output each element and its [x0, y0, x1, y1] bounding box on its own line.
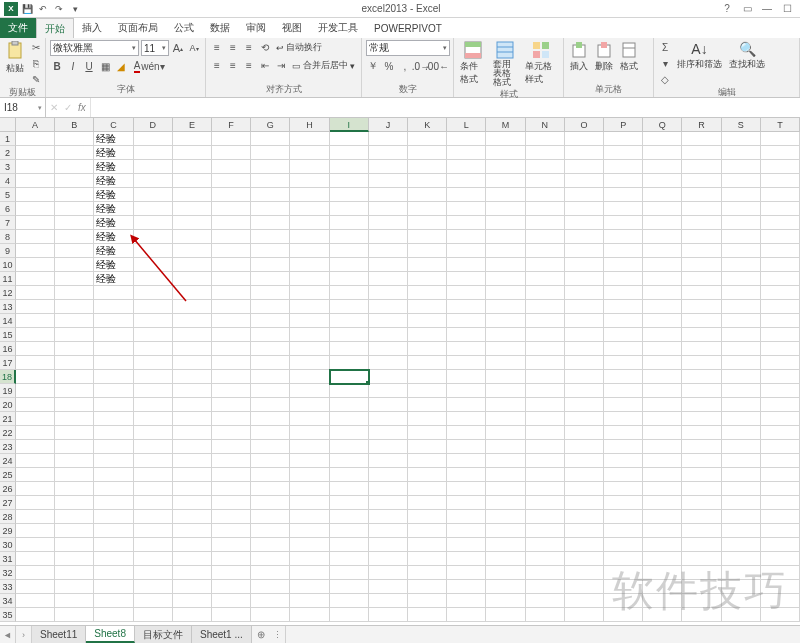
cell[interactable] [526, 566, 565, 580]
delete-cells-button[interactable]: 删除 [593, 40, 615, 74]
cell[interactable] [369, 552, 408, 566]
cell[interactable] [212, 510, 251, 524]
cell[interactable] [526, 188, 565, 202]
cell[interactable] [408, 440, 447, 454]
cell[interactable] [134, 510, 173, 524]
cell[interactable] [682, 216, 721, 230]
cell[interactable] [134, 132, 173, 146]
cell[interactable] [604, 230, 643, 244]
column-header[interactable]: C [94, 118, 133, 132]
cell[interactable] [330, 342, 369, 356]
cell[interactable] [173, 468, 212, 482]
cell[interactable] [369, 594, 408, 608]
cell[interactable] [526, 258, 565, 272]
cell[interactable] [604, 454, 643, 468]
cell[interactable] [604, 566, 643, 580]
cell[interactable] [761, 454, 800, 468]
cell[interactable] [134, 482, 173, 496]
cell[interactable] [722, 370, 761, 384]
cell[interactable] [761, 538, 800, 552]
cell[interactable] [330, 426, 369, 440]
cell[interactable] [722, 258, 761, 272]
cell[interactable] [212, 384, 251, 398]
cell[interactable] [643, 132, 682, 146]
sheet-tab[interactable]: Sheet1 ... [192, 626, 252, 643]
cell[interactable] [526, 510, 565, 524]
cell[interactable] [251, 566, 290, 580]
cell[interactable] [212, 552, 251, 566]
cell[interactable] [565, 314, 604, 328]
font-size-combo[interactable]: 11▾ [141, 40, 169, 56]
cell[interactable] [565, 174, 604, 188]
cell[interactable] [604, 426, 643, 440]
cell[interactable] [16, 580, 55, 594]
cell[interactable] [369, 496, 408, 510]
row-header[interactable]: 5 [0, 188, 16, 202]
cell[interactable] [643, 412, 682, 426]
cell[interactable] [447, 216, 486, 230]
cell[interactable] [16, 328, 55, 342]
cell[interactable] [565, 580, 604, 594]
column-header[interactable]: S [722, 118, 761, 132]
cell[interactable] [722, 510, 761, 524]
cell[interactable] [330, 132, 369, 146]
row-header[interactable]: 17 [0, 356, 16, 370]
cell[interactable] [408, 286, 447, 300]
cell[interactable] [251, 580, 290, 594]
row-header[interactable]: 20 [0, 398, 16, 412]
cell[interactable] [251, 342, 290, 356]
cell[interactable] [369, 398, 408, 412]
cell[interactable] [173, 160, 212, 174]
cell[interactable] [16, 244, 55, 258]
cell[interactable] [604, 496, 643, 510]
cell[interactable] [16, 496, 55, 510]
column-header[interactable]: N [526, 118, 565, 132]
cell[interactable] [369, 174, 408, 188]
cell[interactable] [369, 146, 408, 160]
cell[interactable] [565, 384, 604, 398]
cell[interactable] [290, 342, 329, 356]
cell[interactable] [565, 216, 604, 230]
cell[interactable] [212, 440, 251, 454]
cell[interactable] [94, 356, 133, 370]
cell[interactable] [251, 300, 290, 314]
cell[interactable] [604, 160, 643, 174]
cell[interactable] [55, 370, 94, 384]
cell[interactable] [526, 160, 565, 174]
save-icon[interactable]: 💾 [20, 2, 34, 16]
cell[interactable] [369, 342, 408, 356]
cell[interactable] [486, 188, 525, 202]
cell[interactable] [447, 412, 486, 426]
cell[interactable] [134, 216, 173, 230]
cell[interactable] [722, 230, 761, 244]
cell[interactable] [761, 272, 800, 286]
cell[interactable] [173, 510, 212, 524]
cell[interactable] [55, 566, 94, 580]
cell[interactable] [761, 244, 800, 258]
row-header[interactable]: 29 [0, 524, 16, 538]
cell[interactable] [134, 412, 173, 426]
cell[interactable] [251, 468, 290, 482]
cell[interactable] [722, 468, 761, 482]
cell[interactable] [16, 608, 55, 622]
cell[interactable] [486, 496, 525, 510]
cell[interactable] [369, 328, 408, 342]
cell[interactable] [682, 202, 721, 216]
cell[interactable] [369, 370, 408, 384]
cell[interactable]: 经验 [94, 146, 133, 160]
row-header[interactable]: 34 [0, 594, 16, 608]
cell[interactable] [722, 342, 761, 356]
column-header[interactable]: O [565, 118, 604, 132]
cell[interactable] [290, 594, 329, 608]
cell[interactable] [486, 258, 525, 272]
cell[interactable] [212, 146, 251, 160]
cell[interactable] [55, 258, 94, 272]
cell[interactable] [173, 552, 212, 566]
cell[interactable] [251, 398, 290, 412]
cell[interactable] [447, 384, 486, 398]
cell[interactable] [251, 608, 290, 622]
cell[interactable] [447, 286, 486, 300]
italic-button[interactable]: I [66, 59, 80, 73]
row-header[interactable]: 26 [0, 482, 16, 496]
cell[interactable] [604, 412, 643, 426]
